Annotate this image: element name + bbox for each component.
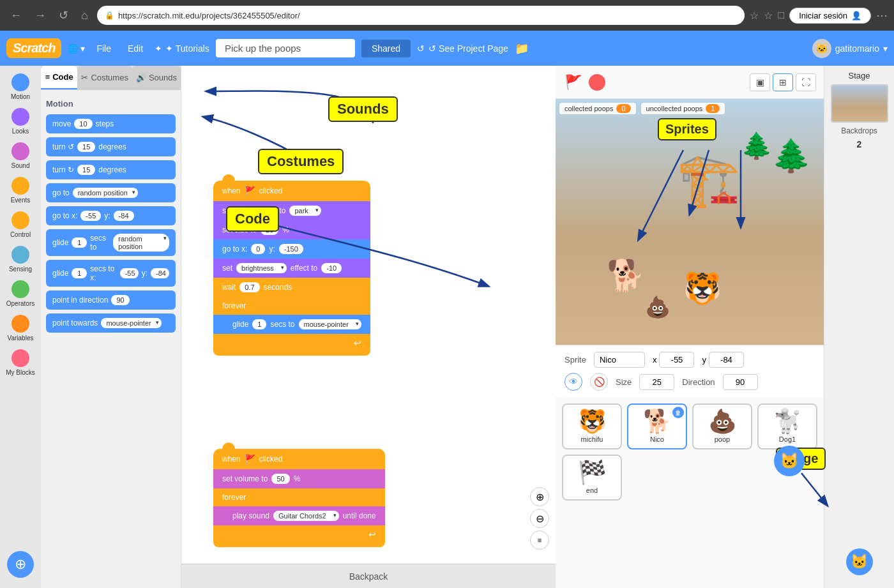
browser-actions: ☆ ☆ □ Iniciar sesión 👤 ⋯ <box>750 8 888 24</box>
block-panel: ≡ Code ✂ Costumes 🔊 Sounds Motion move <box>41 66 181 588</box>
glide-forever-inner[interactable]: glide 1 secs to mouse-pointer <box>213 315 370 334</box>
project-name-input[interactable] <box>216 39 355 57</box>
sidebar-item-events[interactable]: Events <box>3 174 38 206</box>
add-extension-button[interactable]: ⊕ <box>7 551 34 578</box>
sprite-thumb-poop[interactable]: 💩 poop <box>692 403 752 449</box>
sprite-prop-row: 👁 🚫 Size Direction <box>564 373 815 391</box>
costumes-tab-label: Costumes <box>91 73 128 82</box>
play-sound-block[interactable]: play sound Guitar Chords2 until done <box>213 506 385 525</box>
tab-costumes[interactable]: ✂ Costumes <box>77 66 132 89</box>
when-flag-clicked-1[interactable]: when 🚩 clicked <box>213 181 370 201</box>
stage-thumbnail[interactable] <box>831 84 888 123</box>
stop-button[interactable] <box>589 74 605 91</box>
glide-to-xy-block[interactable]: glide 1 secs to x: -55 y: -84 <box>46 260 176 287</box>
sprite-thumb-nico[interactable]: 🗑 🐕 Nico <box>627 403 687 449</box>
shared-button[interactable]: Shared <box>361 40 411 57</box>
sprite-name-input[interactable] <box>594 352 645 368</box>
home-button[interactable]: ⌂ <box>77 6 92 25</box>
sprites-arrows <box>556 99 824 345</box>
glide-to-block[interactable]: glide 1 secs to random position <box>46 229 176 256</box>
motion-section-header: Motion <box>46 99 176 109</box>
panel-tabs: ≡ Code ✂ Costumes 🔊 Sounds <box>41 66 181 90</box>
url-text: https://scratch.mit.edu/projects/3624555… <box>118 11 300 20</box>
move-block[interactable]: move 10 steps <box>46 114 176 133</box>
sidebar-item-sensing[interactable]: Sensing <box>3 243 38 275</box>
backpack-bar[interactable]: Backpack <box>181 564 556 588</box>
block-list: Motion move 10 steps turn ↺ 15 degrees t… <box>41 90 181 588</box>
tab-code[interactable]: ≡ Code <box>41 66 77 89</box>
nico-emoji: 🐕 <box>643 410 672 433</box>
edit-menu-button[interactable]: Edit <box>123 41 148 56</box>
forever-block-1[interactable]: forever <box>213 297 370 315</box>
sidebar-item-myblocks[interactable]: My Blocks <box>3 347 38 379</box>
url-bar[interactable]: 🔒 https://scratch.mit.edu/projects/36245… <box>97 6 745 25</box>
scratch-logo[interactable]: Scratch <box>6 38 61 58</box>
turn-right-block[interactable]: turn ↻ 15 degrees <box>46 160 176 179</box>
sprite-thumb-dog1[interactable]: 🐩 Dog1 <box>757 403 817 449</box>
sounds-tab-icon: 🔊 <box>136 73 146 82</box>
small-stage-button[interactable]: ▣ <box>750 73 770 91</box>
tutorials-button[interactable]: ✦ ✦ Tutorials <box>155 43 209 54</box>
refresh-button[interactable]: ↺ <box>55 6 72 25</box>
zoom-in-button[interactable]: ⊕ <box>530 487 549 506</box>
set-effect-block[interactable]: set brightness effect to -10 <box>213 259 370 278</box>
bookmark-icon[interactable]: ☆ <box>764 10 773 22</box>
delete-nico-button[interactable]: 🗑 <box>672 407 684 418</box>
wait-block[interactable]: wait 0.7 seconds <box>213 278 370 297</box>
green-flag-button[interactable]: 🚩 <box>563 73 582 92</box>
go-to-block[interactable]: go to random position <box>46 183 176 202</box>
motion-label: Motion <box>11 93 30 100</box>
x-input[interactable] <box>659 352 694 368</box>
show-sprite-button[interactable]: 👁 <box>564 373 582 391</box>
go-to-xy-script-block[interactable]: go to x: 0 y: -150 <box>213 239 370 259</box>
size-label: Size <box>616 377 632 387</box>
add-sprite-button[interactable]: 🐱 <box>774 446 805 476</box>
sprite-thumb-michifu[interactable]: 🐯 michifu <box>562 403 622 449</box>
sidebar-item-control[interactable]: Control <box>3 209 38 241</box>
y-input[interactable] <box>709 352 744 368</box>
forward-button[interactable]: → <box>31 6 50 25</box>
turn-left-block[interactable]: turn ↺ 15 degrees <box>46 137 176 156</box>
sensing-label: Sensing <box>9 266 32 273</box>
dropdown-arrow: ▾ <box>80 43 85 54</box>
signin-button[interactable]: Iniciar sesión 👤 <box>789 8 871 24</box>
operators-label: Operators <box>6 300 34 307</box>
hide-sprite-button[interactable]: 🚫 <box>590 373 608 391</box>
forever-cap-2: ↩ <box>213 525 385 547</box>
michifu-emoji: 🐯 <box>578 410 607 433</box>
fullscreen-button[interactable]: ⛶ <box>796 73 816 91</box>
sidebar-item-variables[interactable]: Variables <box>3 312 38 344</box>
more-options-icon[interactable]: ⋯ <box>876 8 888 22</box>
sounds-arrow <box>181 66 556 193</box>
tab-sounds[interactable]: 🔊 Sounds <box>132 66 181 89</box>
set-volume-block[interactable]: set volume to 50 % <box>213 469 385 488</box>
when-flag-clicked-2[interactable]: when 🚩 clicked <box>213 449 385 469</box>
sidebar-item-operators[interactable]: Operators <box>3 278 38 310</box>
add-backdrop-button[interactable]: 🐱 <box>846 548 873 575</box>
x-label: x <box>653 355 657 365</box>
language-button[interactable]: 🌐 ▾ <box>68 43 85 54</box>
folder-icon[interactable]: 📁 <box>515 41 529 56</box>
extension-icon[interactable]: □ <box>778 10 784 21</box>
reset-zoom-button[interactable]: ≡ <box>530 531 549 550</box>
sprite-selector: 🐯 michifu 🗑 🐕 Nico 💩 poop 🐩 Dog1 <box>556 397 824 588</box>
sidebar-item-motion[interactable]: Motion <box>3 71 38 103</box>
file-menu-button[interactable]: File <box>91 41 116 56</box>
user-menu[interactable]: 🐱 gatitomario ▾ <box>812 39 888 58</box>
sidebar-item-looks[interactable]: Looks <box>3 105 38 137</box>
size-input[interactable] <box>639 374 674 390</box>
normal-stage-button[interactable]: ⊞ <box>773 73 793 91</box>
forever-block-2[interactable]: forever <box>213 488 385 506</box>
see-project-button[interactable]: ↺ ↺ See Project Page <box>417 43 508 54</box>
point-direction-block[interactable]: point in direction 90 <box>46 290 176 310</box>
back-button[interactable]: ← <box>6 6 26 25</box>
zoom-out-button[interactable]: ⊖ <box>530 509 549 528</box>
sprite-thumb-end[interactable]: 🏁 end <box>562 455 622 501</box>
zoom-controls: ⊕ ⊖ ≡ <box>530 487 549 550</box>
point-towards-block[interactable]: point towards mouse-pointer <box>46 313 176 333</box>
favorite-icon[interactable]: ☆ <box>750 10 759 22</box>
go-to-xy-block[interactable]: go to x: -55 y: -84 <box>46 206 176 225</box>
sidebar-item-sound[interactable]: Sound <box>3 140 38 172</box>
direction-input[interactable] <box>723 374 758 390</box>
script-stack-2: when 🚩 clicked set volume to 50 % foreve… <box>213 449 385 547</box>
